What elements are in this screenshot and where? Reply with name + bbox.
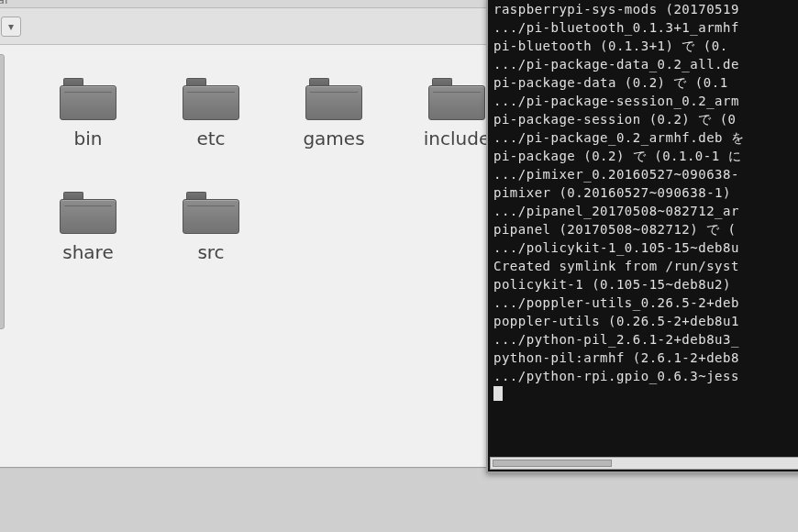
desktop: al ▾ binetcgamesincludesharesrc raspberr… <box>0 0 798 532</box>
terminal-line: pi-package-data (0.2) で (0.1 <box>493 73 798 92</box>
terminal-line: .../pi-package_0.2_armhf.deb を <box>493 128 798 147</box>
sidebar-scrollbar[interactable] <box>0 54 5 329</box>
folder-icon <box>60 192 116 234</box>
terminal-line: .../pi-bluetooth_0.1.3+1_armhf <box>493 18 798 37</box>
terminal-content[interactable]: raspberrypi-sys-mods (20170519.../pi-blu… <box>488 0 798 409</box>
terminal-line: .../pipanel_20170508~082712_ar <box>493 202 798 220</box>
folder-etc[interactable]: etc <box>156 78 266 188</box>
terminal-line: pi-package-session (0.2) で (0 <box>493 110 798 128</box>
terminal-line: pi-package (0.2) で (0.1.0-1 に <box>493 147 798 165</box>
terminal-prompt-line <box>493 385 798 404</box>
terminal-line: pi-bluetooth (0.1.3+1) で (0. <box>493 37 798 55</box>
folder-label: games <box>303 127 364 150</box>
file-manager-body: binetcgamesincludesharesrc <box>0 45 504 467</box>
terminal-line: pimixer (0.20160527~090638-1) <box>493 183 798 202</box>
dropdown-button[interactable]: ▾ <box>1 17 21 37</box>
terminal-line: .../python-rpi.gpio_0.6.3~jess <box>493 367 798 385</box>
terminal-line: .../pi-package-session_0.2_arm <box>493 92 798 110</box>
chevron-down-icon: ▾ <box>8 20 14 33</box>
terminal-line: .../policykit-1_0.105-15~deb8u <box>493 238 798 257</box>
terminal-cursor <box>493 386 503 401</box>
folder-icon <box>183 192 239 234</box>
icon-grid: binetcgamesincludesharesrc <box>33 78 512 302</box>
terminal-line: pipanel (20170508~082712) で ( <box>493 220 798 238</box>
folder-games[interactable]: games <box>279 78 389 188</box>
terminal-line: poppler-utils (0.26.5-2+deb8u1 <box>493 312 798 330</box>
terminal-line: python-pil:armhf (2.6.1-2+deb8 <box>493 349 798 367</box>
folder-src[interactable]: src <box>156 192 266 302</box>
folder-label: include <box>424 127 490 150</box>
file-manager-window: al ▾ binetcgamesincludesharesrc <box>0 0 504 468</box>
folder-bin[interactable]: bin <box>33 78 143 188</box>
terminal-line: .../pi-package-data_0.2_all.de <box>493 55 798 73</box>
folder-icon <box>428 78 485 120</box>
folder-icon <box>183 78 239 120</box>
file-manager-toolbar: ▾ <box>0 8 504 45</box>
folder-label: etc <box>196 127 225 150</box>
folder-label: bin <box>74 127 103 150</box>
file-manager-iconview[interactable]: binetcgamesincludesharesrc <box>0 45 530 467</box>
terminal-scrollbar[interactable] <box>490 457 798 470</box>
terminal-line: Created symlink from /run/syst <box>493 257 798 275</box>
window-title: al <box>0 0 8 6</box>
terminal-window: raspberrypi-sys-mods (20170519.../pi-blu… <box>486 0 798 473</box>
terminal-line: .../pimixer_0.20160527~090638- <box>493 165 798 183</box>
folder-label: src <box>197 241 224 263</box>
file-manager-titlebar[interactable]: al <box>0 0 504 8</box>
folder-share[interactable]: share <box>33 192 143 302</box>
folder-label: share <box>62 241 113 263</box>
folder-icon <box>60 78 116 120</box>
terminal-line: .../poppler-utils_0.26.5-2+deb <box>493 294 798 312</box>
terminal-line: raspberrypi-sys-mods (20170519 <box>493 0 798 18</box>
terminal-line: policykit-1 (0.105-15~deb8u2) <box>493 275 798 294</box>
terminal-line: .../python-pil_2.6.1-2+deb8u3_ <box>493 330 798 349</box>
terminal-scrollbar-thumb[interactable] <box>493 460 612 467</box>
folder-icon <box>305 78 362 120</box>
